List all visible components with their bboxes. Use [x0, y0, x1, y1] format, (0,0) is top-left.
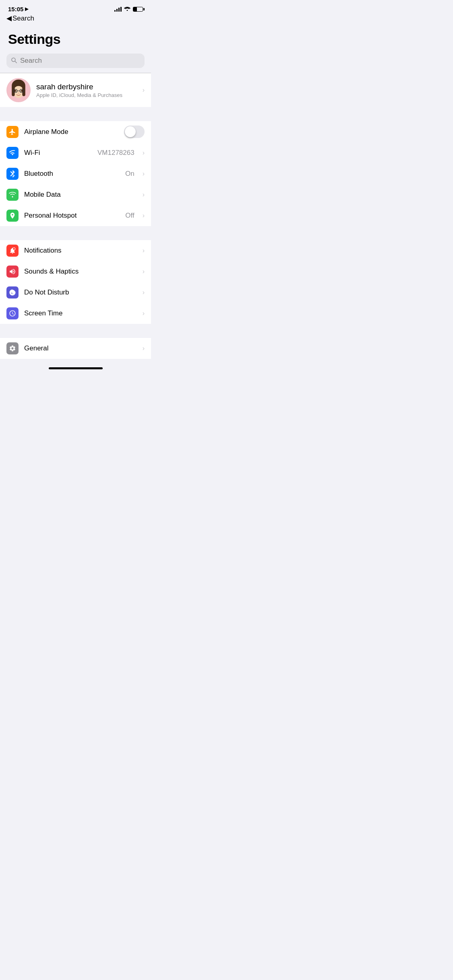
toggle-knob	[125, 126, 136, 137]
wifi-status-icon	[124, 6, 130, 12]
search-bar[interactable]	[6, 54, 145, 68]
wifi-chevron-icon: ›	[143, 149, 145, 156]
home-indicator	[0, 359, 151, 373]
page-title: Settings	[8, 31, 143, 47]
list-item-personal-hotspot[interactable]: Personal Hotspot Off ›	[0, 205, 151, 226]
status-bar: 15:05 ▶	[0, 0, 151, 14]
time-label: 15:05	[8, 6, 23, 12]
list-item-sounds-haptics[interactable]: Sounds & Haptics ›	[0, 261, 151, 282]
system-section: Notifications › Sounds & Haptics › Do No…	[0, 240, 151, 324]
list-item-airplane-mode[interactable]: Airplane Mode	[0, 121, 151, 142]
bluetooth-chevron-icon: ›	[143, 170, 145, 177]
back-button[interactable]: ◀ Search	[6, 14, 145, 23]
do-not-disturb-label: Do Not Disturb	[24, 288, 137, 296]
wifi-icon	[6, 147, 19, 159]
svg-point-4	[13, 86, 24, 98]
profile-info: sarah derbyshire Apple ID, iCloud, Media…	[36, 82, 137, 98]
wifi-label: Wi-Fi	[24, 149, 92, 157]
screen-time-icon	[6, 307, 19, 319]
airplane-mode-toggle[interactable]	[124, 126, 145, 138]
sounds-haptics-label: Sounds & Haptics	[24, 268, 137, 276]
airplane-mode-icon	[6, 126, 19, 138]
list-item-mobile-data[interactable]: Mobile Data ›	[0, 184, 151, 205]
group-spacer-2	[0, 226, 151, 240]
svg-line-1	[15, 61, 17, 63]
search-bar-container	[0, 52, 151, 73]
search-icon	[11, 58, 17, 64]
mobile-data-chevron-icon: ›	[143, 191, 145, 198]
profile-section: sarah derbyshire Apple ID, iCloud, Media…	[0, 73, 151, 107]
home-bar	[49, 367, 103, 369]
back-arrow-icon: ◀	[6, 14, 12, 23]
general-icon	[6, 342, 19, 354]
search-input[interactable]	[20, 57, 140, 65]
svg-point-12	[18, 93, 19, 94]
battery-icon	[133, 7, 143, 12]
personal-hotspot-label: Personal Hotspot	[24, 212, 120, 220]
list-item-general[interactable]: General ›	[0, 338, 151, 359]
back-label: Search	[12, 14, 34, 23]
group-spacer-1	[0, 107, 151, 121]
bluetooth-value: On	[125, 170, 134, 178]
notifications-label: Notifications	[24, 247, 137, 255]
airplane-mode-label: Airplane Mode	[24, 128, 118, 136]
bluetooth-icon	[6, 168, 19, 180]
status-icons	[114, 6, 143, 12]
general-chevron-icon: ›	[143, 345, 145, 352]
group-spacer-3	[0, 324, 151, 338]
notifications-icon	[6, 245, 19, 257]
avatar	[6, 78, 31, 102]
page-title-section: Settings	[0, 25, 151, 52]
profile-subtitle: Apple ID, iCloud, Media & Purchases	[36, 92, 137, 98]
svg-point-10	[14, 90, 16, 92]
general-section: General ›	[0, 338, 151, 359]
location-icon: ▶	[25, 6, 28, 12]
profile-row[interactable]: sarah derbyshire Apple ID, iCloud, Media…	[0, 73, 151, 107]
back-navigation: ◀ Search	[0, 14, 151, 25]
sounds-haptics-icon	[6, 266, 19, 278]
list-item-notifications[interactable]: Notifications ›	[0, 240, 151, 261]
wifi-value: VM1278263	[97, 149, 134, 157]
signal-bars-icon	[114, 7, 122, 12]
svg-point-11	[21, 90, 23, 92]
personal-hotspot-icon	[6, 210, 19, 222]
mobile-data-icon	[6, 189, 19, 201]
status-time: 15:05 ▶	[8, 6, 28, 12]
do-not-disturb-icon	[6, 286, 19, 299]
profile-name: sarah derbyshire	[36, 82, 137, 91]
connectivity-section: Airplane Mode Wi-Fi VM1278263 › Bluetoot…	[0, 121, 151, 226]
list-item-do-not-disturb[interactable]: Do Not Disturb ›	[0, 282, 151, 303]
battery-fill	[133, 7, 137, 11]
list-item-screen-time[interactable]: Screen Time ›	[0, 303, 151, 324]
do-not-disturb-chevron-icon: ›	[143, 289, 145, 296]
profile-chevron-icon: ›	[143, 86, 145, 94]
svg-point-13	[12, 196, 13, 198]
list-item-wifi[interactable]: Wi-Fi VM1278263 ›	[0, 142, 151, 163]
notifications-chevron-icon: ›	[143, 247, 145, 254]
screen-time-chevron-icon: ›	[143, 310, 145, 317]
personal-hotspot-chevron-icon: ›	[143, 212, 145, 219]
personal-hotspot-value: Off	[125, 212, 134, 220]
sounds-haptics-chevron-icon: ›	[143, 268, 145, 275]
svg-point-15	[13, 248, 15, 250]
screen-time-label: Screen Time	[24, 309, 137, 317]
list-item-bluetooth[interactable]: Bluetooth On ›	[0, 163, 151, 184]
mobile-data-label: Mobile Data	[24, 191, 137, 199]
bluetooth-label: Bluetooth	[24, 170, 120, 178]
general-label: General	[24, 344, 137, 352]
svg-point-0	[12, 58, 15, 62]
